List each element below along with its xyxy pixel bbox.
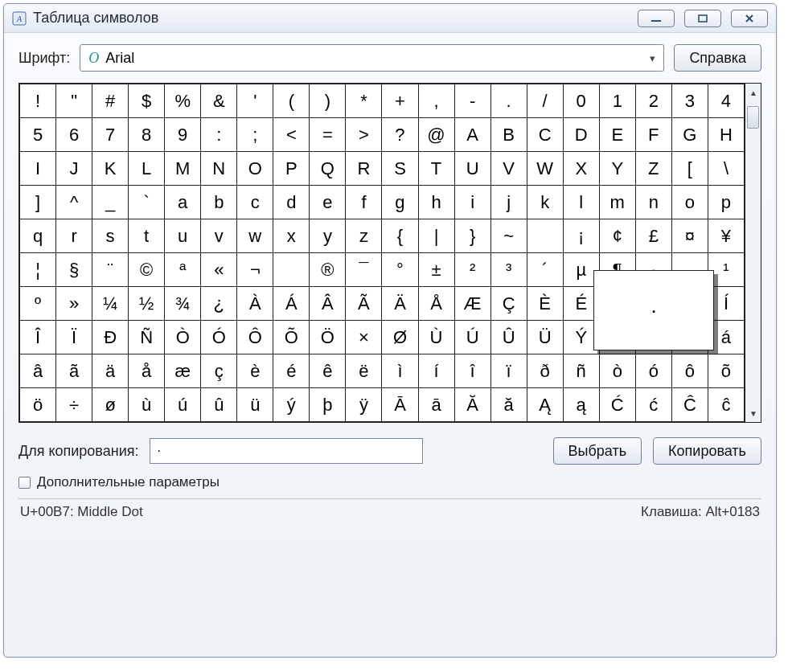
char-cell[interactable]: ë — [346, 354, 382, 388]
minimize-button[interactable] — [638, 10, 675, 27]
char-cell[interactable]: ý — [273, 388, 310, 422]
char-cell[interactable]: Ù — [418, 321, 454, 354]
char-cell[interactable]: ä — [92, 354, 129, 388]
char-cell[interactable]: 0 — [563, 84, 599, 118]
char-cell[interactable]: ¨ — [92, 253, 129, 287]
char-cell[interactable]: ù — [129, 388, 165, 422]
char-cell[interactable]: ã — [56, 354, 92, 388]
char-cell[interactable]: G — [671, 118, 708, 152]
char-cell[interactable]: r — [56, 219, 92, 253]
char-cell[interactable]: T — [418, 152, 454, 186]
char-cell[interactable]: E — [599, 118, 635, 152]
char-cell[interactable]: v — [201, 219, 237, 253]
char-cell[interactable]: A — [454, 118, 490, 152]
char-cell[interactable]: ° — [382, 253, 418, 287]
scroll-thumb[interactable] — [747, 106, 759, 129]
char-cell[interactable]: ĉ — [708, 388, 744, 422]
char-cell[interactable]: ô — [671, 354, 708, 388]
char-cell[interactable]: Ã — [346, 287, 382, 321]
char-cell[interactable]: t — [129, 219, 165, 253]
char-cell[interactable]: | — [418, 219, 454, 253]
char-cell[interactable]: q — [20, 219, 56, 253]
char-cell[interactable]: ? — [382, 118, 418, 152]
char-cell[interactable]: \ — [708, 152, 744, 186]
char-cell[interactable]: Ï — [56, 321, 92, 354]
char-cell[interactable]: F — [635, 118, 671, 152]
char-cell[interactable]: { — [382, 219, 418, 253]
char-cell[interactable]: w — [237, 219, 273, 253]
char-cell[interactable]: o — [671, 186, 708, 219]
char-cell[interactable]: . — [490, 84, 527, 118]
char-cell[interactable]: M — [165, 152, 201, 186]
char-cell[interactable]: ê — [310, 354, 346, 388]
char-cell[interactable]: õ — [708, 354, 744, 388]
char-cell[interactable]: S — [382, 152, 418, 186]
char-cell[interactable]: } — [454, 219, 490, 253]
char-cell[interactable]: Ð — [92, 321, 129, 354]
char-cell[interactable]: H — [708, 118, 744, 152]
char-cell[interactable]: Ô — [237, 321, 273, 354]
char-cell[interactable]: s — [92, 219, 129, 253]
char-cell[interactable]: & — [201, 84, 237, 118]
char-cell[interactable]: Y — [599, 152, 635, 186]
char-cell[interactable]: ú — [165, 388, 201, 422]
char-cell[interactable]: À — [237, 287, 273, 321]
char-cell[interactable]: ć — [635, 388, 671, 422]
char-cell[interactable]: d — [273, 186, 310, 219]
char-cell[interactable]: _ — [92, 186, 129, 219]
char-cell[interactable]: Å — [418, 287, 454, 321]
char-cell[interactable]: Â — [310, 287, 346, 321]
char-cell[interactable]: Ç — [490, 287, 527, 321]
char-cell[interactable]: ¥ — [708, 219, 744, 253]
char-cell[interactable]: º — [20, 287, 56, 321]
char-cell[interactable]: 3 — [671, 84, 708, 118]
char-cell[interactable]: å — [129, 354, 165, 388]
copy-button[interactable]: Копировать — [653, 437, 761, 465]
char-cell[interactable]: " — [56, 84, 92, 118]
char-cell[interactable]: 2 — [635, 84, 671, 118]
copy-input[interactable] — [150, 438, 423, 464]
char-cell[interactable]: , — [418, 84, 454, 118]
char-cell[interactable]: J — [56, 152, 92, 186]
char-cell[interactable]: × — [346, 321, 382, 354]
char-cell[interactable]: Ą — [527, 388, 563, 422]
char-cell[interactable]: Á — [273, 287, 310, 321]
char-cell[interactable]: Z — [635, 152, 671, 186]
char-cell[interactable]: [ — [671, 152, 708, 186]
char-cell[interactable]: â — [20, 354, 56, 388]
char-cell[interactable]: £ — [635, 219, 671, 253]
char-cell[interactable]: » — [56, 287, 92, 321]
char-cell[interactable]: ü — [237, 388, 273, 422]
char-cell[interactable]: C — [527, 118, 563, 152]
char-cell[interactable]: Ø — [382, 321, 418, 354]
char-cell[interactable]: W — [527, 152, 563, 186]
char-cell[interactable]: È — [527, 287, 563, 321]
char-cell[interactable]: î — [454, 354, 490, 388]
char-cell[interactable]: ' — [237, 84, 273, 118]
char-cell[interactable]: ¢ — [599, 219, 635, 253]
char-cell[interactable]: k — [527, 186, 563, 219]
char-cell[interactable]: % — [165, 84, 201, 118]
char-cell[interactable]: > — [346, 118, 382, 152]
char-cell[interactable]: n — [635, 186, 671, 219]
char-cell[interactable]: è — [237, 354, 273, 388]
char-cell[interactable]: I — [20, 152, 56, 186]
char-cell[interactable]: 8 — [129, 118, 165, 152]
char-cell[interactable]: K — [92, 152, 129, 186]
char-cell[interactable]: u — [165, 219, 201, 253]
char-cell[interactable]: X — [563, 152, 599, 186]
scroll-down-icon[interactable]: ▼ — [746, 406, 761, 420]
char-cell[interactable]: þ — [310, 388, 346, 422]
char-cell[interactable]: Ĉ — [671, 388, 708, 422]
maximize-button[interactable] — [684, 10, 721, 27]
char-cell[interactable]: B — [490, 118, 527, 152]
char-cell[interactable]: ö — [20, 388, 56, 422]
char-cell[interactable]: 4 — [708, 84, 744, 118]
char-cell[interactable]: V — [490, 152, 527, 186]
char-cell[interactable]: Ú — [454, 321, 490, 354]
char-cell[interactable]: @ — [418, 118, 454, 152]
char-cell[interactable]: m — [599, 186, 635, 219]
char-cell[interactable]: ç — [201, 354, 237, 388]
char-cell[interactable]: j — [490, 186, 527, 219]
char-cell[interactable]: ą — [563, 388, 599, 422]
